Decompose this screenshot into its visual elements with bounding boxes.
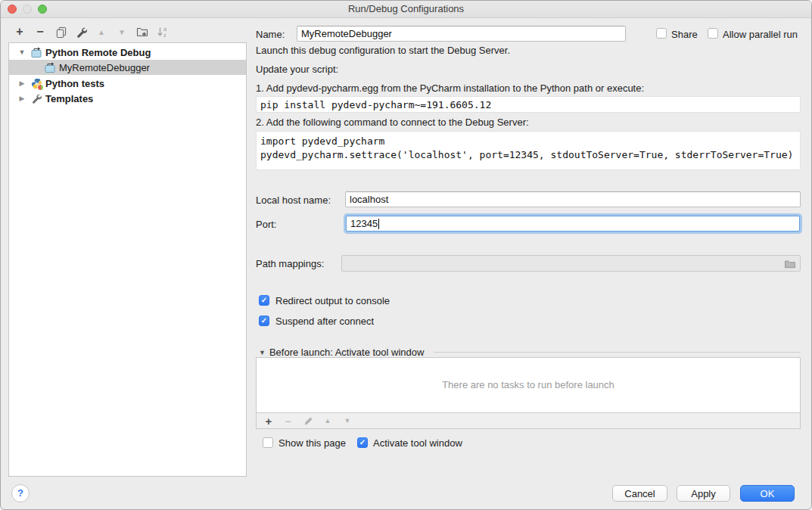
- path-mappings-label: Path mappings:: [256, 258, 324, 269]
- chevron-right-icon[interactable]: ▶: [17, 95, 26, 102]
- update-script-text: Update your script:: [256, 64, 338, 75]
- check-icon: ✓: [261, 316, 267, 326]
- add-configuration-button[interactable]: +: [13, 25, 26, 39]
- move-up-button: ▲: [95, 25, 108, 39]
- check-icon: ✓: [261, 295, 267, 306]
- remote-debug-config-icon: [31, 47, 42, 58]
- python-tests-icon: [31, 78, 42, 89]
- edit-task-button: [303, 415, 313, 426]
- name-label: Name:: [256, 29, 285, 40]
- move-down-button: ▼: [115, 25, 129, 39]
- help-button[interactable]: ?: [11, 484, 30, 502]
- templates-wrench-icon: [31, 93, 42, 104]
- settrace-code-block[interactable]: import pydevd_pycharm pydevd_pycharm.set…: [256, 131, 801, 170]
- suspend-after-connect-checkbox[interactable]: ✓: [259, 316, 269, 326]
- text-caret: [378, 219, 379, 229]
- browse-folder-icon[interactable]: [784, 258, 796, 270]
- chevron-down-icon[interactable]: ▼: [17, 48, 26, 56]
- add-task-button[interactable]: +: [263, 415, 274, 426]
- empty-tasks-text: There are no tasks to run before launch: [257, 379, 800, 390]
- show-this-page-label[interactable]: Show this page: [278, 437, 346, 449]
- show-this-page-checkbox[interactable]: [263, 437, 273, 448]
- activate-tool-window-label[interactable]: Activate tool window: [373, 437, 462, 449]
- sort-az-icon: a z: [157, 26, 169, 38]
- allow-parallel-run-label[interactable]: Allow parallel run: [723, 29, 798, 40]
- check-icon: ✓: [359, 437, 366, 448]
- pip-command-field[interactable]: pip install pydevd-pycharm~=191.6605.12: [256, 96, 801, 113]
- title-bar: Run/Debug Configurations: [1, 1, 811, 18]
- task-list-toolbar: + − ▲ ▼: [256, 413, 801, 429]
- sort-alphabetically-button[interactable]: a z: [156, 25, 170, 39]
- new-folder-icon: [136, 26, 148, 38]
- pencil-icon: [303, 416, 313, 426]
- port-input[interactable]: 12345: [346, 216, 800, 232]
- suspend-after-connect-label[interactable]: Suspend after connect: [275, 316, 374, 327]
- copy-icon: [55, 26, 67, 38]
- tree-item-my-remote-debugger[interactable]: MyRemoteDebugger: [9, 60, 246, 75]
- tree-item-templates[interactable]: ▶ Templates: [9, 91, 246, 106]
- redirect-output-label[interactable]: Redirect output to console: [275, 295, 390, 306]
- remote-debug-config-icon: [45, 62, 56, 73]
- chevron-right-icon[interactable]: ▶: [17, 79, 26, 87]
- redirect-output-checkbox[interactable]: ✓: [259, 295, 269, 306]
- configurations-toolbar: + − ▲ ▼ a z: [13, 23, 170, 40]
- window-title: Run/Debug Configurations: [1, 1, 811, 17]
- move-task-down-button: ▼: [342, 415, 353, 426]
- ok-button[interactable]: OK: [740, 485, 795, 502]
- allow-parallel-run-checkbox[interactable]: [708, 28, 718, 39]
- cancel-button[interactable]: Cancel: [612, 485, 667, 502]
- share-checkbox[interactable]: [656, 28, 667, 39]
- code-line-1: import pydevd_pycharm: [260, 135, 384, 147]
- step2-text: 2. Add the following command to connect …: [256, 117, 529, 128]
- copy-configuration-button[interactable]: [54, 25, 67, 39]
- remove-task-button: −: [283, 415, 294, 426]
- step1-text: 1. Add pydevd-pycharm.egg from the PyCha…: [256, 82, 644, 94]
- before-launch-task-list: There are no tasks to run before launch: [256, 357, 801, 413]
- test-marker-icon: [37, 84, 44, 91]
- intro-text: Launch this debug configuration to start…: [256, 45, 510, 56]
- activate-tool-window-checkbox[interactable]: ✓: [357, 437, 368, 448]
- move-task-up-button: ▲: [322, 415, 333, 426]
- local-host-name-value: localhost: [350, 194, 388, 205]
- local-host-name-input[interactable]: localhost: [345, 191, 801, 207]
- tree-item-label: Python Remote Debug: [45, 47, 151, 58]
- code-line-2: pydevd_pycharm.settrace('localhost', por…: [260, 149, 793, 160]
- name-value: MyRemoteDebugger: [301, 28, 392, 39]
- tree-item-label: Python tests: [45, 78, 104, 89]
- section-divider: [434, 352, 801, 353]
- pip-command: pip install pydevd-pycharm~=191.6605.12: [260, 99, 491, 110]
- new-folder-button[interactable]: [135, 25, 149, 39]
- edit-templates-button[interactable]: [74, 25, 88, 39]
- apply-button[interactable]: Apply: [677, 485, 730, 502]
- svg-text:z: z: [163, 32, 166, 38]
- path-mappings-input[interactable]: [341, 255, 801, 272]
- remove-configuration-button[interactable]: −: [33, 25, 47, 39]
- before-launch-header[interactable]: ▼ Before launch: Activate tool window: [259, 347, 424, 358]
- chevron-down-icon[interactable]: ▼: [259, 349, 266, 356]
- name-input[interactable]: MyRemoteDebugger: [297, 26, 626, 42]
- run-debug-configurations-dialog: Run/Debug Configurations + − ▲ ▼: [0, 0, 812, 510]
- configurations-tree: ▼ Python Remote Debug MyRemoteDebugger: [8, 42, 247, 477]
- tree-item-label: MyRemoteDebugger: [59, 62, 150, 73]
- tree-item-python-tests[interactable]: ▶ Python tests: [9, 76, 246, 91]
- tree-item-python-remote-debug[interactable]: ▼ Python Remote Debug: [9, 45, 246, 60]
- before-launch-title: Before launch: Activate tool window: [269, 347, 425, 358]
- tree-item-label: Templates: [45, 93, 93, 104]
- share-label[interactable]: Share: [671, 29, 698, 40]
- port-label: Port:: [256, 219, 276, 230]
- wrench-icon: [76, 26, 87, 38]
- port-value: 12345: [350, 218, 378, 229]
- local-host-name-label: Local host name:: [256, 194, 331, 206]
